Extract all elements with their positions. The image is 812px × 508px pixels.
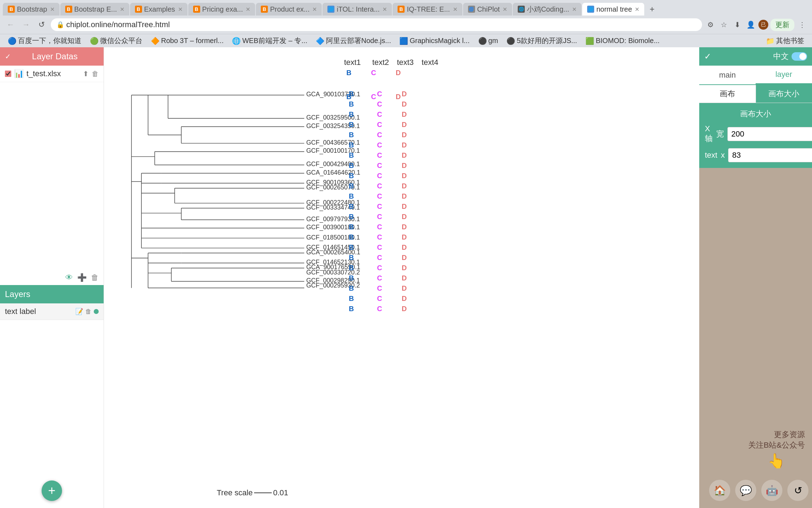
tab-close-7[interactable]: ✕: [453, 6, 457, 13]
wechat-icon[interactable]: 💬: [735, 480, 756, 501]
bookmark-folder[interactable]: 📁 其他书签: [762, 35, 808, 46]
bookmark-web[interactable]: 🌐 WEB前端开发 – 专...: [228, 35, 310, 46]
add-layer-button[interactable]: ➕: [77, 273, 87, 282]
canvas-tab-huabu[interactable]: 画布: [699, 85, 756, 103]
col-c: C: [367, 99, 392, 109]
add-button[interactable]: +: [42, 480, 62, 501]
tab-chiplot[interactable]: 🌀 ChiPlot ✕: [463, 3, 512, 16]
back-button[interactable]: ←: [4, 18, 17, 31]
layer-datas-header: ✓ Layer Datas: [0, 47, 104, 66]
tab-pricing[interactable]: B Pricing exa... ✕: [188, 3, 256, 16]
user-avatar[interactable]: 已: [758, 20, 768, 30]
main-layer-tabs: main layer: [699, 66, 812, 85]
menu-icon[interactable]: ⋮: [796, 19, 808, 30]
refresh-icon[interactable]: ↺: [787, 480, 808, 501]
col-c: C: [367, 273, 392, 283]
tab-close-8[interactable]: ✕: [503, 6, 507, 13]
upload-button[interactable]: ⬆: [83, 69, 89, 78]
col-d: D: [392, 222, 417, 232]
bookmark-wechat[interactable]: 🟢 微信公众平台: [86, 35, 146, 46]
tab-itol[interactable]: 🌐 iTOL: Intera... ✕: [322, 3, 392, 16]
download-icon[interactable]: ⬇: [732, 19, 743, 30]
tab-main[interactable]: main: [699, 66, 756, 84]
update-button[interactable]: 更新: [770, 19, 794, 31]
col-d: D: [392, 171, 417, 181]
more-resources-line1: 更多资源: [748, 429, 805, 440]
col-c: C: [367, 161, 392, 171]
tree-data-row: B C D: [336, 253, 417, 263]
file-checkbox[interactable]: [5, 71, 11, 77]
bookmark-aliyun[interactable]: 🔷 阿里云部署Node.js...: [312, 35, 394, 46]
text-row: text x: [705, 148, 806, 162]
xaxis-label: X轴: [705, 124, 713, 144]
col-d: D: [392, 161, 417, 171]
bookmark-opensource[interactable]: ⚫ 5款好用的开源JS...: [503, 35, 580, 46]
col-d: D: [392, 120, 417, 130]
tab-product[interactable]: B Product ex... ✕: [256, 3, 322, 16]
profile-icon[interactable]: 👤: [745, 19, 756, 30]
bookmark-robo3t[interactable]: 🔶 Robo 3T – formerl...: [147, 36, 227, 46]
forward-button[interactable]: →: [20, 18, 32, 31]
toolbar-icons: ⚙ ☆ ⬇ 👤 已 更新 ⋮: [705, 19, 808, 31]
tab-close-5[interactable]: ✕: [312, 6, 317, 13]
layer-delete-button[interactable]: 🗑: [85, 308, 92, 315]
address-bar-row: ← → ↺ 🔒 chiplot.online/normalTree.html ⚙…: [0, 16, 812, 34]
tab-close-1[interactable]: ✕: [50, 6, 55, 13]
graphics-icon: 🟦: [399, 37, 408, 45]
tab-bootstrap2[interactable]: B Bootstrap E... ✕: [60, 3, 129, 16]
toggle-knob: [799, 53, 806, 60]
layer-datas-check: ✓: [5, 52, 11, 61]
tab-close-3[interactable]: ✕: [178, 6, 183, 13]
browser-chrome: B Bootstrap ✕ B Bootstrap E... ✕ B Examp…: [0, 0, 812, 47]
tab-iqtree[interactable]: B IQ-TREE: E... ✕: [393, 3, 462, 16]
col-b: B: [336, 283, 367, 294]
tree-data-row: B C D: [336, 232, 417, 242]
layer-edit-button[interactable]: 📝: [75, 308, 83, 315]
layer-datas-title: Layer Datas: [32, 52, 78, 61]
robot-icon[interactable]: 🤖: [761, 480, 782, 501]
tab-xiaoji[interactable]: 🌐 小鸡Coding... ✕: [513, 3, 582, 16]
delete-layer-button[interactable]: 🗑: [91, 273, 99, 282]
tab-close-4[interactable]: ✕: [246, 6, 250, 13]
folder-icon: 📁: [766, 37, 775, 45]
col-c: C: [367, 89, 392, 99]
bookmark-graphics[interactable]: 🟦 GraphicsMagick l...: [396, 36, 473, 46]
tree-data-row: B C D: [336, 181, 417, 191]
x-input[interactable]: [728, 148, 812, 162]
address-field[interactable]: 🔒 chiplot.online/normalTree.html: [51, 18, 702, 31]
reload-button[interactable]: ↺: [35, 18, 48, 31]
tab-close-10[interactable]: ✕: [635, 6, 639, 13]
toggle-switch[interactable]: [792, 52, 807, 61]
right-sidebar: ✓ 中文 main layer 画布 画布大小 画布大小 X轴 宽: [699, 47, 812, 508]
tab-bootstrap1[interactable]: B Bootstrap ✕: [3, 3, 60, 16]
tab-close-9[interactable]: ✕: [572, 6, 577, 13]
width-input[interactable]: [727, 127, 812, 141]
tab-layer[interactable]: layer: [756, 66, 812, 84]
col-c: C: [367, 120, 392, 130]
bookmark-icon[interactable]: ☆: [718, 19, 730, 30]
col-d: D: [392, 89, 417, 99]
col-b: B: [336, 99, 367, 109]
home-icon[interactable]: 🏠: [709, 480, 730, 501]
tree-area: text1 text2 text3 text4: [104, 47, 699, 508]
tree-data-row: B C D: [336, 130, 417, 140]
more-resources: 更多资源 关注B站&公众号 👆: [748, 429, 805, 469]
lang-toggle[interactable]: 中文: [773, 51, 807, 62]
delete-file-button[interactable]: 🗑: [92, 69, 99, 78]
eye-button[interactable]: 👁: [65, 273, 73, 282]
bookmark-biomod[interactable]: 🟩 BIOMOD: Biomole...: [582, 36, 663, 46]
bookmark-gm[interactable]: ⚫ gm: [475, 36, 502, 46]
tab-close-2[interactable]: ✕: [120, 6, 124, 13]
extensions-icon[interactable]: ⚙: [705, 19, 716, 30]
tab-normal-tree[interactable]: 🌐 normal tree ✕: [582, 3, 644, 16]
canvas-tab-size[interactable]: 画布大小: [756, 85, 812, 103]
col-b: B: [336, 130, 367, 140]
new-tab-button[interactable]: +: [646, 4, 658, 15]
bookmark-baidu[interactable]: 🔵 百度一下，你就知道: [4, 35, 85, 46]
data-row-1: B C D: [337, 68, 411, 77]
col-c: C: [367, 191, 392, 201]
tree-data-row: B C D: [336, 161, 417, 171]
tab-close-6[interactable]: ✕: [382, 6, 387, 13]
tab-examples[interactable]: B Examples ✕: [130, 3, 187, 16]
x-label: x: [721, 151, 725, 160]
